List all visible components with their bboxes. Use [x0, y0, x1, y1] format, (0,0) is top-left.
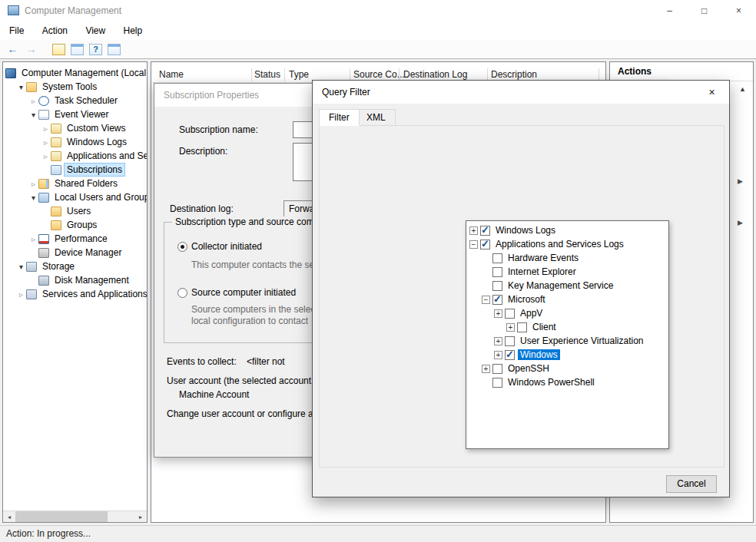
collapse-icon[interactable]: − [482, 296, 490, 304]
title-bar[interactable]: Computer Management – □ × [0, 0, 756, 21]
chevron-right-icon[interactable]: ▹ [41, 138, 51, 147]
column-name[interactable]: Name [159, 69, 184, 80]
log-tree-item-windows-powershell[interactable]: Windows PowerShell [466, 375, 668, 389]
log-tree-item-windows[interactable]: + Windows [466, 348, 668, 362]
log-tree-item-openssh[interactable]: + OpenSSH [466, 362, 668, 375]
log-tree-item-windows-logs[interactable]: + Windows Logs [466, 223, 668, 237]
checkbox-icon[interactable] [492, 295, 502, 305]
column-type[interactable]: Type [289, 69, 309, 80]
back-icon[interactable]: ← [6, 43, 19, 55]
show-hide-panes-icon[interactable] [108, 44, 121, 55]
menu-file[interactable]: File [2, 21, 32, 40]
chevron-down-icon[interactable]: ▾ [16, 83, 26, 91]
checkbox-icon[interactable] [492, 253, 502, 263]
menu-help[interactable]: Help [116, 21, 151, 40]
collapse-icon[interactable]: − [469, 240, 478, 249]
tree-horizontal-scrollbar[interactable]: ◂ ▸ [3, 511, 147, 522]
chevron-down-icon[interactable]: ▾ [28, 193, 38, 202]
help-icon[interactable]: ? [89, 44, 102, 55]
chevron-right-icon[interactable]: ▹ [28, 180, 38, 188]
chevron-down-icon[interactable]: ▾ [28, 111, 38, 119]
tree-item-groups[interactable]: Groups [4, 218, 146, 232]
cancel-button[interactable]: Cancel [666, 475, 717, 493]
menu-view[interactable]: View [78, 21, 113, 40]
log-tree-item-applications-services-logs[interactable]: − Applications and Services Logs [466, 237, 668, 251]
scroll-up-icon[interactable]: ▲ [739, 85, 746, 93]
tree-item-label: System Tools [40, 81, 99, 93]
log-tree-item-microsoft[interactable]: − Microsoft [466, 292, 668, 306]
tree-item-applications-services-logs[interactable]: ▹ Applications and Se [4, 149, 146, 163]
source-initiated-radio[interactable] [177, 288, 187, 298]
tab-xml[interactable]: XML [356, 109, 396, 126]
column-separator[interactable] [251, 68, 252, 81]
tree-item-storage[interactable]: ▾ Storage [4, 259, 146, 273]
column-separator[interactable] [284, 68, 285, 81]
chevron-right-icon[interactable]: ▹ [41, 124, 51, 133]
menu-action[interactable]: Action [35, 21, 75, 40]
checkbox-icon[interactable] [480, 240, 490, 250]
collector-initiated-label: Collector initiated [191, 241, 262, 252]
tree-item-shared-folders[interactable]: ▹ Shared Folders [4, 177, 146, 190]
checkbox-icon[interactable] [505, 350, 515, 360]
checkbox-icon[interactable] [517, 322, 527, 332]
close-button[interactable]: × [721, 0, 756, 21]
tree-item-local-users-groups[interactable]: ▾ Local Users and Groups [4, 190, 146, 204]
expand-icon[interactable]: + [494, 309, 502, 318]
checkbox-icon[interactable] [492, 281, 502, 291]
checkbox-icon[interactable] [492, 378, 502, 388]
tree-item-windows-logs[interactable]: ▹ Windows Logs [4, 135, 146, 149]
tree-item-event-viewer[interactable]: ▾ Event Viewer [4, 107, 146, 121]
scroll-right-icon[interactable]: ▸ [134, 514, 147, 521]
tree-item-system-tools[interactable]: ▾ System Tools [4, 80, 146, 94]
checkbox-icon[interactable] [480, 226, 490, 236]
expand-icon[interactable]: + [506, 323, 515, 332]
tree-item-subscriptions[interactable]: Subscriptions [4, 163, 146, 177]
tree-item-task-scheduler[interactable]: ▹ Task Scheduler [4, 94, 146, 107]
checkbox-icon[interactable] [505, 309, 515, 319]
expand-icon[interactable]: + [469, 226, 478, 235]
tree-item-device-manager[interactable]: Device Manager [4, 246, 146, 259]
group-expand-icon[interactable]: ▶ [738, 219, 743, 226]
log-tree-item-hardware-events[interactable]: Hardware Events [466, 251, 668, 265]
export-list-icon[interactable] [52, 44, 65, 55]
tree-item-services-applications[interactable]: ▹ Services and Applications [4, 287, 146, 301]
column-description[interactable]: Description [491, 69, 537, 80]
close-icon[interactable]: × [695, 81, 729, 104]
maximize-button[interactable]: □ [687, 0, 721, 21]
log-tree-item-user-experience-virtualization[interactable]: + User Experience Virtualization [466, 334, 668, 348]
minimize-button[interactable]: – [652, 0, 687, 21]
group-expand-icon[interactable]: ▶ [738, 177, 743, 185]
log-tree-label: Internet Explorer [506, 266, 579, 277]
log-tree-item-appv[interactable]: + AppV [466, 306, 668, 320]
console-tree-icon[interactable] [71, 44, 84, 55]
chevron-right-icon[interactable]: ▹ [41, 152, 51, 160]
checkbox-icon[interactable] [492, 267, 502, 277]
tree-item-disk-management[interactable]: Disk Management [4, 273, 146, 287]
log-tree-item-client[interactable]: + Client [466, 320, 668, 334]
checkbox-icon[interactable] [492, 364, 502, 374]
expand-icon[interactable]: + [494, 351, 502, 359]
scroll-thumb[interactable] [15, 511, 108, 523]
log-tree-item-internet-explorer[interactable]: Internet Explorer [466, 265, 668, 279]
collector-initiated-radio[interactable] [177, 242, 187, 252]
tree-item-performance[interactable]: ▹ Performance [4, 232, 146, 246]
column-source-computers[interactable]: Source Co... [353, 69, 405, 80]
chevron-right-icon[interactable]: ▹ [28, 97, 38, 105]
query-filter-titlebar[interactable]: Query Filter × [313, 81, 729, 104]
tab-filter[interactable]: Filter [319, 109, 360, 126]
tree-item-users[interactable]: Users [4, 204, 146, 218]
column-destination-log[interactable]: Destination Log [403, 69, 467, 80]
scroll-left-icon[interactable]: ◂ [3, 514, 15, 521]
tree-item-custom-views[interactable]: ▹ Custom Views [4, 121, 146, 135]
chevron-down-icon[interactable]: ▾ [16, 263, 26, 271]
column-status[interactable]: Status [254, 69, 280, 80]
forward-icon[interactable]: → [25, 43, 38, 55]
console-tree-panel: Computer Management (Local ▾ System Tool… [2, 61, 148, 523]
chevron-right-icon[interactable]: ▹ [28, 235, 38, 243]
checkbox-icon[interactable] [505, 336, 515, 346]
chevron-right-icon[interactable]: ▹ [16, 290, 26, 299]
tree-item-computer-management[interactable]: Computer Management (Local [4, 66, 146, 80]
log-tree-item-key-management-service[interactable]: Key Management Service [466, 279, 668, 292]
expand-icon[interactable]: + [482, 365, 490, 373]
expand-icon[interactable]: + [494, 337, 502, 345]
